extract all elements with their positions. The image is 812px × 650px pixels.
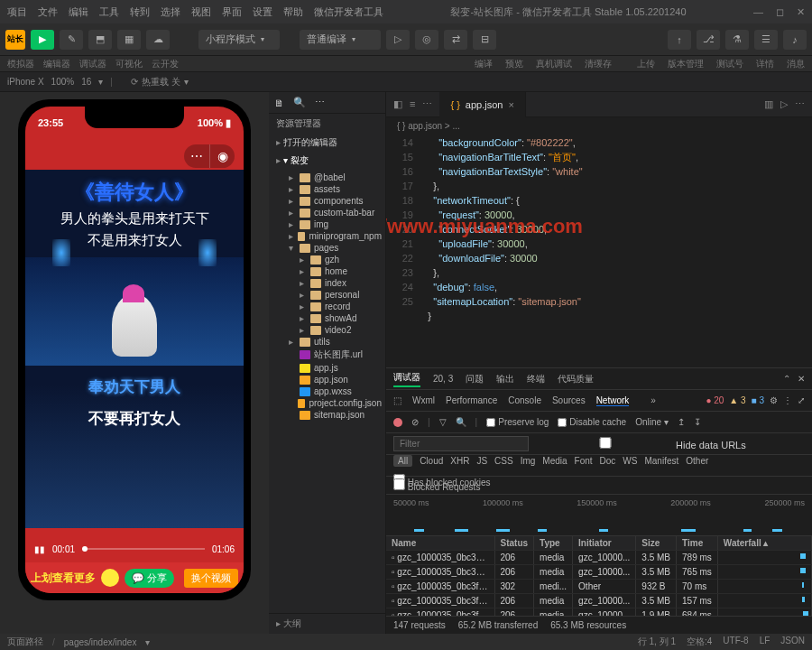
type-filter-Other[interactable]: Other <box>686 456 708 466</box>
col-Time[interactable]: Time <box>677 536 718 551</box>
tree-item-project.config.json[interactable]: project.config.json <box>269 397 385 409</box>
throttle-select[interactable]: Online ▾ <box>635 417 669 427</box>
test-account-button[interactable]: ⚗ <box>725 30 749 50</box>
hide-data-urls-checkbox[interactable]: Hide data URLs <box>538 437 746 450</box>
download-har-icon[interactable]: ↧ <box>694 417 701 427</box>
run-icon[interactable]: ▷ <box>780 98 788 110</box>
col-Initiator[interactable]: Initiator <box>573 536 636 551</box>
preview-button[interactable]: ◎ <box>415 30 438 50</box>
remote-debug-button[interactable]: ⇄ <box>444 30 467 50</box>
table-row[interactable]: ▫ gzc_1000035_0bc3f4af...302medi...Other… <box>386 580 812 594</box>
page-path[interactable]: pages/index/index <box>64 637 137 647</box>
net-tab-Console[interactable]: Console <box>508 395 541 405</box>
tree-item-@babel[interactable]: ▸@babel <box>269 172 385 183</box>
breadcrumb[interactable]: { } app.json > ... <box>386 117 812 134</box>
dt-tab[interactable]: 代码质量 <box>558 373 594 385</box>
details-button[interactable]: ☰ <box>754 30 778 50</box>
hot-reload-toggle[interactable]: ⟳ 热重载 关 ▾ <box>131 76 189 88</box>
indent-setting[interactable]: 空格:4 <box>687 636 712 648</box>
clear-cache-button[interactable]: ⊟ <box>473 30 496 50</box>
close-panel-icon[interactable]: ✕ <box>798 374 805 384</box>
menu-工具[interactable]: 工具 <box>99 5 119 19</box>
tree-item-utils[interactable]: ▸utils <box>269 336 385 348</box>
tree-item-app.wxss[interactable]: app.wxss <box>269 385 385 397</box>
language-mode[interactable]: JSON <box>780 636 805 648</box>
col-Size[interactable]: Size <box>636 536 677 551</box>
zoom-select[interactable]: 100% <box>51 77 75 87</box>
eol[interactable]: LF <box>760 636 770 648</box>
tree-item-custom-tab-bar[interactable]: ▸custom-tab-bar <box>269 207 385 218</box>
search-net-icon[interactable]: 🔍 <box>456 417 466 427</box>
type-filter-XHR[interactable]: XHR <box>450 456 469 466</box>
menu-文件[interactable]: 文件 <box>38 5 58 19</box>
device-select[interactable]: iPhone X <box>7 77 44 87</box>
simulator-toggle[interactable]: ▶ <box>31 30 54 50</box>
overflow-icon[interactable]: ⋯ <box>422 98 432 110</box>
warning-badge[interactable]: ▲ 3 <box>729 395 745 405</box>
tree-item-personal[interactable]: ▸personal <box>269 289 385 301</box>
menu-icon[interactable]: ≡ <box>410 98 415 110</box>
filter-icon[interactable]: ▽ <box>439 417 447 427</box>
debugger-toggle[interactable]: ⬒ <box>88 30 112 50</box>
search-icon[interactable]: 🔍 <box>293 97 306 108</box>
pause-icon[interactable]: ▮▮ <box>34 544 45 554</box>
net-tab-Wxml[interactable]: Wxml <box>412 395 435 405</box>
next-video-button[interactable]: 换个视频 <box>184 569 238 588</box>
col-Waterfall[interactable]: Waterfall ▴ <box>717 536 811 551</box>
tree-item-gzh[interactable]: ▸gzh <box>269 254 385 265</box>
menu-视图[interactable]: 视图 <box>191 5 211 19</box>
editor-tab-appjson[interactable]: { } app.json × <box>439 92 525 117</box>
close-icon[interactable]: ✕ <box>797 6 805 18</box>
record-icon[interactable] <box>393 418 402 427</box>
type-filter-Img[interactable]: Img <box>521 456 536 466</box>
net-tab-Network[interactable]: Network <box>596 395 630 406</box>
network-timeline[interactable]: 50000 ms100000 ms150000 ms200000 ms25000… <box>386 495 812 536</box>
tree-item-index[interactable]: ▸index <box>269 277 385 289</box>
type-filter-All[interactable]: All <box>393 455 412 467</box>
open-editors-section[interactable]: 打开的编辑器 <box>269 134 385 152</box>
tree-item-app.js[interactable]: app.js <box>269 362 385 374</box>
split-left-icon[interactable]: ◧ <box>393 98 402 110</box>
menu-项目[interactable]: 项目 <box>7 5 27 19</box>
type-filter-Doc[interactable]: Doc <box>600 456 616 466</box>
tree-item-assets[interactable]: ▸assets <box>269 183 385 195</box>
menu-微信开发者工具[interactable]: 微信开发者工具 <box>314 5 383 19</box>
capsule-more-icon[interactable]: ⋯ <box>184 144 209 168</box>
net-tab-Sources[interactable]: Sources <box>552 395 586 405</box>
editor-toggle[interactable]: ✎ <box>60 30 83 50</box>
menu-选择[interactable]: 选择 <box>161 5 180 19</box>
tree-item-video2[interactable]: ▸video2 <box>269 324 385 336</box>
cloud-toggle[interactable]: ☁ <box>146 30 170 50</box>
menu-编辑[interactable]: 编辑 <box>69 5 88 19</box>
visual-toggle[interactable]: ▦ <box>117 30 141 50</box>
outline-section[interactable]: 大纲 <box>269 613 385 634</box>
expand-icon[interactable]: ⤢ <box>798 395 805 405</box>
minimize-icon[interactable]: — <box>753 6 763 18</box>
mode-dropdown[interactable]: 小程序模式 <box>198 30 280 50</box>
split-icon[interactable]: ▥ <box>764 98 773 110</box>
table-row[interactable]: ▫ gzc_1000035_0bc3g4b...206mediagzc_1000… <box>386 565 812 580</box>
more-editor-icon[interactable]: ⋯ <box>795 98 805 110</box>
menu-帮助[interactable]: 帮助 <box>283 5 303 19</box>
tree-item-站长图库.url[interactable]: 站长图库.url <box>269 348 385 362</box>
gear-icon[interactable]: ⚙ <box>770 395 778 405</box>
dock-icon[interactable]: ⋮ <box>783 395 792 405</box>
type-filter-Media[interactable]: Media <box>542 456 567 466</box>
tree-item-home[interactable]: ▸home <box>269 265 385 277</box>
upload-button[interactable]: ↑ <box>668 30 691 50</box>
type-filter-WS[interactable]: WS <box>623 456 637 466</box>
dt-tab[interactable]: 问题 <box>466 373 484 385</box>
type-filter-JS[interactable]: JS <box>476 456 487 466</box>
coin-icon[interactable] <box>101 569 119 587</box>
menu-设置[interactable]: 设置 <box>253 5 272 19</box>
code-editor[interactable]: 141516171819202122232425 "backgroundColo… <box>386 134 812 367</box>
dt-tab[interactable]: 调试器 <box>393 371 420 387</box>
menu-界面[interactable]: 界面 <box>222 5 242 19</box>
tree-item-pages[interactable]: ▾pages <box>269 242 385 254</box>
upload-har-icon[interactable]: ↥ <box>678 417 685 427</box>
type-filter-CSS[interactable]: CSS <box>494 456 513 466</box>
tree-item-app.json[interactable]: app.json <box>269 374 385 385</box>
more-icon[interactable]: ⋯ <box>315 97 325 108</box>
table-row[interactable]: ▫ gzc_1000035_0bc3g4b...206mediagzc_1000… <box>386 551 812 565</box>
dt-tab[interactable]: 20, 3 <box>433 374 453 384</box>
